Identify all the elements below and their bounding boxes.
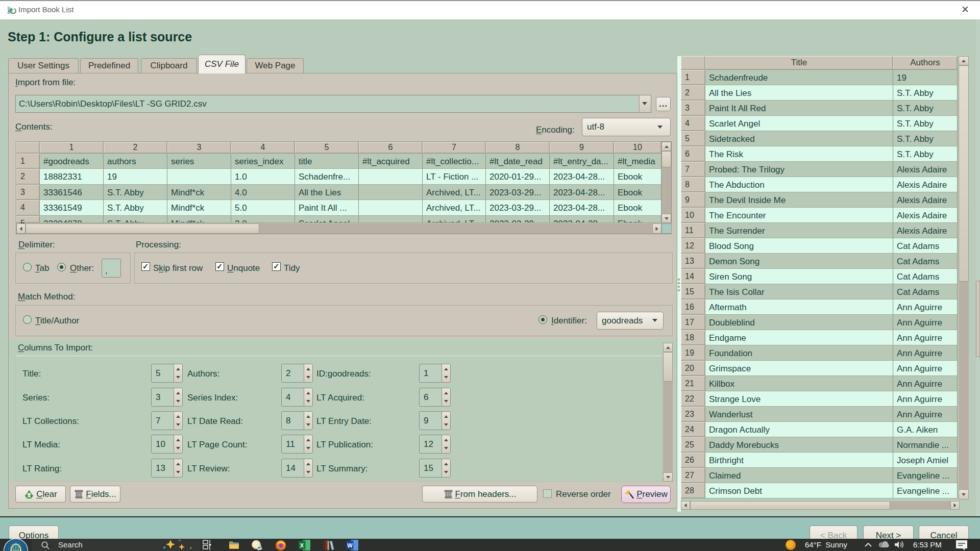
svg-text:W: W [347,542,353,548]
svg-text:X: X [300,542,304,548]
